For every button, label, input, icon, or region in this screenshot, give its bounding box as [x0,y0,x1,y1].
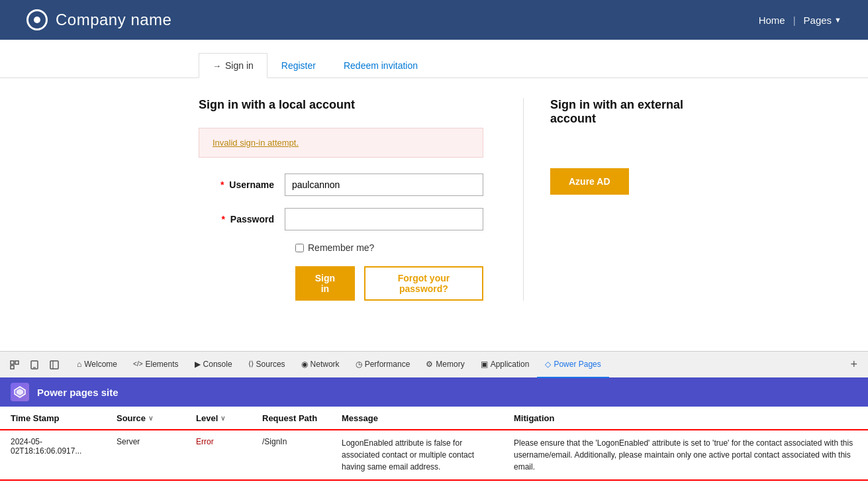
performance-tab-label: Performance [365,360,410,369]
brand: Company name [26,9,171,30]
cell-message: LogonEnabled attribute is false for asso… [331,430,503,480]
cell-mitigation: Please ensure that the 'LogonEnabled' at… [503,430,868,480]
external-account-title: Sign in with an external account [550,98,708,126]
sidebar-icon[interactable] [45,356,64,374]
username-row: * Username [199,174,483,196]
home-icon: ⌂ [77,360,81,369]
devtools-tab-welcome[interactable]: ⌂ Welcome [69,352,125,378]
devtools-tab-elements[interactable]: </> Elements [125,352,187,378]
devtools-tab-console[interactable]: ▶ Console [187,352,240,378]
username-required-star: * [220,179,224,190]
password-label: * Password [199,214,285,224]
error-banner: Invalid sign-in attempt. [199,128,483,158]
add-tab-button[interactable]: + [845,358,863,372]
tab-register[interactable]: Register [267,53,330,78]
memory-tab-label: Memory [436,360,464,369]
pages-link[interactable]: Pages [804,15,832,26]
remember-me-row: Remember me? [295,242,483,253]
cell-level: Error [185,430,252,480]
devtools-bar: ⌂ Welcome </> Elements ▶ Console ⟨⟩ Sour… [0,351,868,377]
error-message-link[interactable]: Invalid sign-in attempt. [213,138,299,148]
application-icon: ▣ [481,360,488,369]
welcome-tab-label: Welcome [84,360,117,369]
top-navbar: Company name Home | Pages ▼ [0,0,868,40]
source-sort-icon: ∨ [148,415,153,422]
svg-rect-2 [11,366,14,369]
level-sort-icon: ∨ [220,415,225,422]
data-table-area: Time Stamp Source ∨ Level ∨ Request Path [0,407,868,479]
auth-buttons: Sign in Forgot your password? [295,266,483,301]
brand-icon-inner [34,17,40,23]
tab-redeem[interactable]: Redeem invitation [330,53,432,78]
network-icon: ◉ [301,360,308,369]
signin-button[interactable]: Sign in [295,266,355,301]
devtools-tab-powerpages[interactable]: ◇ Power Pages [537,352,608,378]
power-pages-bar: Power pages site [0,377,868,407]
table-row: 2024-05-02T18:16:06.0917... Server Error… [0,430,868,480]
devtools-tab-application[interactable]: ▣ Application [473,352,538,378]
log-table: Time Stamp Source ∨ Level ∨ Request Path [0,407,868,479]
svg-rect-1 [15,361,19,364]
device-icon[interactable] [25,356,44,374]
remember-me-label: Remember me? [308,242,374,253]
pages-button[interactable]: Pages ▼ [804,15,842,26]
top-nav-links: Home | Pages ▼ [759,15,842,26]
signin-tab-icon: → [213,61,221,71]
power-pages-title: Power pages site [37,387,119,398]
devtools-tab-network[interactable]: ◉ Network [293,352,348,378]
local-account-title: Sign in with a local account [199,98,483,112]
devtools-icons [5,356,64,374]
sources-icon: ⟨⟩ [248,360,254,368]
main-content: → Sign in Register Redeem invitation Sig… [0,40,868,351]
username-label: * Username [199,179,285,190]
sources-tab-label: Sources [256,360,285,369]
powerpages-icon: ◇ [545,360,551,369]
cell-path: /SignIn [252,430,331,480]
performance-icon: ◷ [356,360,362,369]
devtools-tab-memory[interactable]: ⚙ Memory [418,352,472,378]
elements-tab-label: Elements [146,360,179,369]
external-account-section: Sign in with an external account Azure A… [523,98,708,301]
console-icon: ▶ [195,360,201,369]
brand-name: Company name [56,11,171,29]
forgot-password-button[interactable]: Forgot your password? [364,266,483,301]
page-tabs: → Sign in Register Redeem invitation [0,53,868,78]
th-level[interactable]: Level ∨ [185,407,252,430]
remember-me-checkbox[interactable] [295,244,304,252]
tab-signin[interactable]: → Sign in [199,53,267,78]
password-row: * Password [199,208,483,230]
content-area: Sign in with a local account Invalid sig… [0,78,868,314]
username-input[interactable] [285,174,483,196]
th-source[interactable]: Source ∨ [106,407,185,430]
application-tab-label: Application [491,360,530,369]
svg-rect-0 [11,361,14,364]
devtools-tab-sources[interactable]: ⟨⟩ Sources [240,352,293,378]
svg-rect-5 [50,361,58,369]
memory-icon: ⚙ [426,360,433,369]
elements-icon: </> [133,360,142,368]
th-mitigation: Mitigation [503,407,868,430]
signin-tab-label: Sign in [225,60,254,71]
cell-timestamp: 2024-05-02T18:16:06.0917... [0,430,106,480]
th-message: Message [331,407,503,430]
power-pages-logo [11,383,29,401]
nav-separator: | [793,15,796,26]
inspect-icon[interactable] [5,356,24,374]
th-timestamp: Time Stamp [0,407,106,430]
powerpages-tab-label: Power Pages [554,360,601,369]
console-tab-label: Console [203,360,232,369]
brand-icon [26,9,48,30]
azure-ad-button[interactable]: Azure AD [550,168,629,195]
network-tab-label: Network [311,360,340,369]
chevron-down-icon: ▼ [834,16,842,24]
local-account-section: Sign in with a local account Invalid sig… [199,98,483,301]
table-header-row: Time Stamp Source ∨ Level ∨ Request Path [0,407,868,430]
password-input[interactable] [285,208,483,230]
home-link[interactable]: Home [759,15,785,26]
cell-source: Server [106,430,185,480]
devtools-tab-performance[interactable]: ◷ Performance [348,352,418,378]
password-required-star: * [222,214,225,224]
th-path: Request Path [252,407,331,430]
